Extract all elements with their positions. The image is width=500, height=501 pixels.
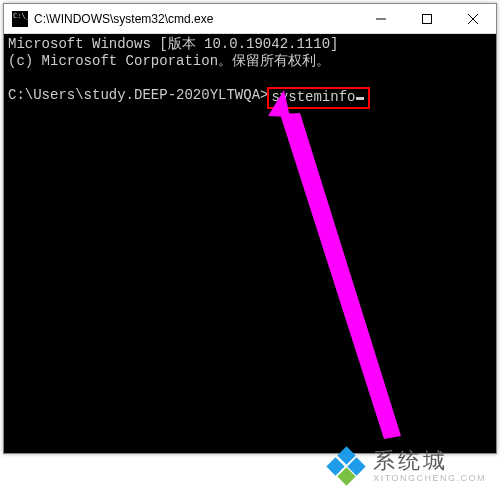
prompt-line: C:\Users\study.DEEP-2020YLTWQA> systemin… [8,87,492,109]
maximize-button[interactable] [404,4,450,33]
cursor [356,97,364,100]
command-highlight-box: systeminfo [267,87,370,109]
prompt-text: C:\Users\study.DEEP-2020YLTWQA> [8,87,268,104]
watermark-logo-icon [329,449,363,483]
cmd-icon [12,11,28,27]
blank-line [8,70,492,87]
watermark: 系统城 XITONGCHENG.COM [329,449,486,483]
window-title: C:\WINDOWS\system32\cmd.exe [34,12,358,26]
command-text: systeminfo [271,89,355,106]
svg-marker-4 [280,113,401,439]
terminal-area[interactable]: Microsoft Windows [版本 10.0.19042.1110] (… [4,34,496,453]
close-button[interactable] [450,4,496,33]
minimize-button[interactable] [358,4,404,33]
cmd-window: C:\WINDOWS\system32\cmd.exe Microsoft Wi… [3,3,497,454]
watermark-text: 系统城 XITONGCHENG.COM [373,450,486,483]
window-controls [358,4,496,33]
banner-line-2: (c) Microsoft Corporation。保留所有权利。 [8,53,492,70]
svg-rect-1 [423,14,432,23]
watermark-title: 系统城 [373,450,486,472]
titlebar[interactable]: C:\WINDOWS\system32\cmd.exe [4,4,496,34]
banner-line-1: Microsoft Windows [版本 10.0.19042.1110] [8,36,492,53]
watermark-subtitle: XITONGCHENG.COM [373,474,486,483]
